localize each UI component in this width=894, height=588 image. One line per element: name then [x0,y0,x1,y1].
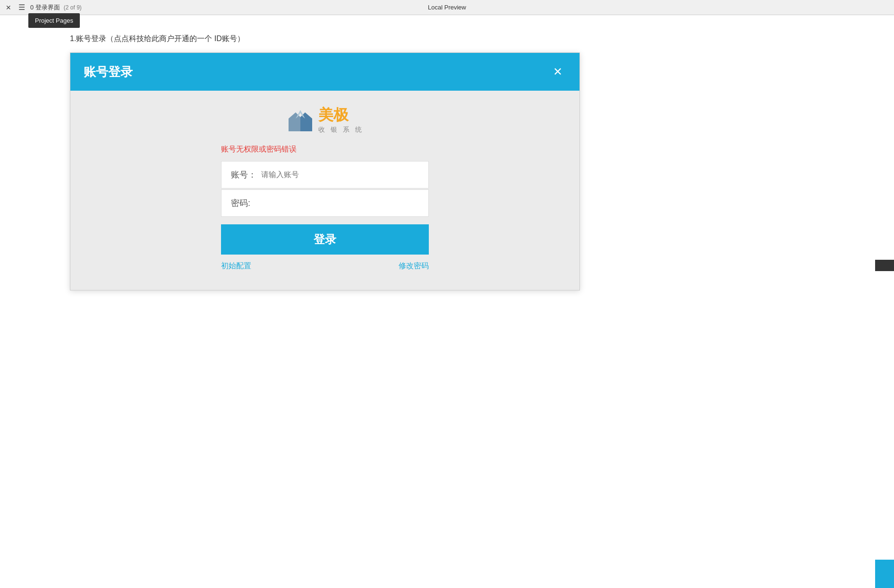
login-dialog: 账号登录 ✕ [70,52,580,290]
page-info: (2 of 9) [64,4,82,11]
logo-area: 美极 收 银 系 统 [286,105,364,134]
account-label: 账号： [231,169,256,180]
account-input[interactable] [261,170,419,179]
password-field-row: 密码: [221,189,429,217]
dialog-wrapper: 账号登录 ✕ [70,52,580,290]
main-content: 1.账号登录（点点科技给此商户开通的一个 ID账号） 账号登录 ✕ [0,15,894,582]
dialog-title: 账号登录 [84,64,133,80]
login-form: 账号： 密码: 登录 初始配置 修改密码 [221,161,429,271]
local-preview-label: Local Preview [428,4,466,11]
account-field-row: 账号： [221,161,429,188]
init-config-link[interactable]: 初始配置 [221,261,251,271]
description-text: 1.账号登录（点点科技给此商户开通的一个 ID账号） [0,34,894,52]
change-password-link[interactable]: 修改密码 [399,261,429,271]
close-button[interactable]: ✕ [4,3,13,12]
login-button[interactable]: 登录 [221,224,429,255]
right-panel-tab[interactable]: 初 [875,260,894,271]
dialog-body: 美极 收 银 系 统 账号无权限或密码错误 账号： 密码: [70,91,579,290]
dialog-header: 账号登录 ✕ [70,53,579,91]
page-title: 0 登录界面 [30,3,60,12]
logo-text-area: 美极 收 银 系 统 [318,105,364,134]
logo-subtitle: 收 银 系 统 [318,126,364,134]
error-message: 账号无权限或密码错误 [221,145,297,154]
right-panel-bottom [875,560,894,588]
dialog-footer-links: 初始配置 修改密码 [221,261,429,271]
top-bar: ✕ ☰ 0 登录界面 (2 of 9) Local Preview [0,0,894,15]
password-input[interactable] [259,199,419,207]
password-label: 密码: [231,197,255,209]
logo-icon [286,105,315,134]
logo-brand: 美极 [318,105,364,126]
menu-button[interactable]: ☰ [17,3,26,12]
dialog-close-button[interactable]: ✕ [549,63,566,80]
project-pages-tooltip[interactable]: Project Pages [28,13,80,28]
